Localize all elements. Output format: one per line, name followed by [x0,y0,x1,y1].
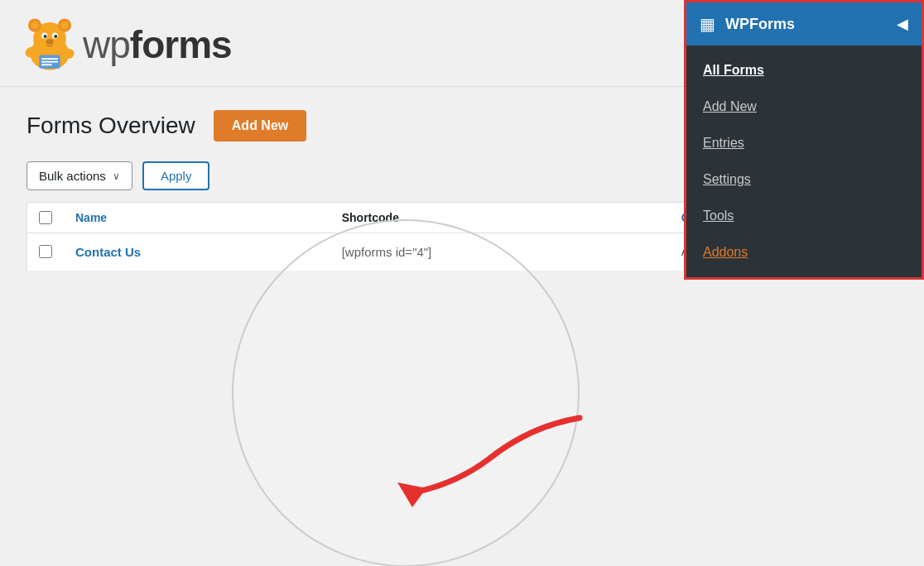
menu-item-settings[interactable]: Settings [686,161,922,198]
svg-rect-14 [41,64,52,65]
menu-item-addons[interactable]: Addons [686,234,922,271]
row-checkbox[interactable] [39,245,52,258]
menu-item-add-new[interactable]: Add New [686,89,922,125]
wpforms-menu-icon: ▦ [700,14,715,34]
menu-items-list: All Forms Add New Entries Settings Tools… [686,46,922,277]
svg-point-9 [54,35,57,38]
logo: wpforms [20,15,232,74]
apply-button[interactable]: Apply [142,161,210,190]
svg-point-10 [46,39,54,44]
annotation-arrow [381,410,596,509]
menu-item-all-forms[interactable]: All Forms [686,52,922,89]
select-all-checkbox[interactable] [39,211,52,224]
row-shortcode: [wpforms id="4"] [330,233,670,271]
bear-mascot-icon [20,15,79,74]
wpforms-logo-text: wpforms [83,22,232,67]
table-header-shortcode: Shortcode [330,203,670,233]
bulk-actions-dropdown[interactable]: Bulk actions ∨ [26,161,132,190]
svg-point-8 [44,35,47,38]
row-checkbox-cell [27,233,65,271]
bulk-actions-label: Bulk actions [39,169,106,183]
form-name-link[interactable]: Contact Us [75,245,141,259]
menu-item-tools[interactable]: Tools [686,198,922,234]
chevron-down-icon: ∨ [113,170,120,182]
wpforms-dropdown-menu: ▦ WPForms ◀ All Forms Add New Entries Se… [684,0,924,280]
menu-header-left: ▦ WPForms [700,14,795,34]
table-header-name: Name [64,203,330,233]
add-new-button[interactable]: Add New [214,110,306,142]
svg-marker-17 [397,482,426,507]
svg-point-16 [61,49,75,60]
menu-collapse-icon[interactable]: ◀ [897,15,908,33]
svg-point-5 [61,22,69,29]
page-title: Forms Overview [26,113,195,139]
svg-point-3 [31,22,39,29]
name-column-sort[interactable]: Name [75,211,107,224]
menu-title: WPForms [725,16,795,33]
svg-rect-12 [41,58,58,60]
menu-item-entries[interactable]: Entries [686,125,922,161]
menu-header: ▦ WPForms ◀ [686,2,922,46]
svg-rect-13 [41,61,58,63]
table-header-checkbox [27,203,65,233]
row-form-name: Contact Us [64,233,330,271]
